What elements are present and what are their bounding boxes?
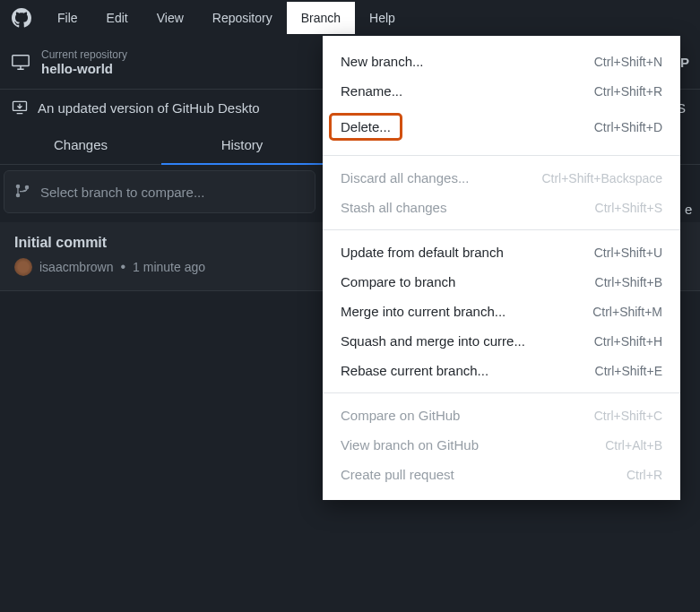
menu-item-shortcut: Ctrl+Shift+C [594, 409, 662, 423]
git-branch-icon [15, 184, 31, 200]
menu-item-new-branch[interactable]: New branch...Ctrl+Shift+N [323, 47, 680, 76]
menu-item-label: View branch on GitHub [341, 437, 479, 453]
menu-item-discard-all-changes: Discard all changes...Ctrl+Shift+Backspa… [323, 163, 680, 193]
menu-item-rebase-current-branch[interactable]: Rebase current branch...Ctrl+Shift+E [323, 356, 680, 385]
tab-history[interactable]: History [161, 125, 323, 164]
menu-item-shortcut: Ctrl+Shift+D [594, 120, 662, 134]
desktop-icon [11, 52, 32, 73]
menu-item-shortcut: Ctrl+Shift+H [594, 334, 662, 349]
menu-item-label: Compare to branch [341, 274, 455, 289]
menu-item-compare-to-branch[interactable]: Compare to branchCtrl+Shift+B [323, 267, 680, 297]
github-logo-icon [11, 7, 32, 29]
menu-help[interactable]: Help [355, 2, 410, 34]
menu-item-shortcut: Ctrl+Shift+N [594, 55, 662, 69]
menu-item-label: Squash and merge into curre... [341, 333, 525, 349]
menu-item-shortcut: Ctrl+R [627, 468, 662, 482]
menu-item-label: Delete... [329, 113, 402, 141]
menubar: File Edit View Repository Branch Help [0, 0, 700, 36]
download-icon [11, 99, 29, 116]
menu-item-shortcut: Ctrl+Shift+B [595, 275, 662, 289]
menu-item-view-branch-on-github: View branch on GitHubCtrl+Alt+B [323, 430, 680, 460]
menu-item-shortcut: Ctrl+Alt+B [605, 438, 662, 453]
menu-item-shortcut: Ctrl+Shift+Backspace [541, 171, 662, 185]
menu-item-label: Compare on GitHub [341, 408, 460, 423]
menu-file[interactable]: File [43, 2, 92, 34]
menu-item-delete[interactable]: Delete...Ctrl+Shift+D [323, 106, 680, 148]
menu-item-squash-and-merge-into-curre[interactable]: Squash and merge into curre...Ctrl+Shift… [323, 326, 680, 356]
commit-time: 1 minute ago [133, 260, 205, 274]
branch-select-placeholder: Select branch to compare... [40, 185, 204, 200]
tab-changes[interactable]: Changes [0, 125, 161, 164]
avatar [14, 258, 32, 276]
menu-item-label: New branch... [341, 54, 424, 69]
menu-item-shortcut: Ctrl+Shift+U [594, 246, 662, 260]
menu-separator [323, 229, 680, 230]
menu-item-label: Create pull request [341, 467, 454, 482]
menu-item-merge-into-current-branch[interactable]: Merge into current branch...Ctrl+Shift+M [323, 297, 680, 326]
partial-panel-text: e [685, 202, 692, 217]
menu-view[interactable]: View [143, 2, 198, 34]
separator-dot: • [120, 259, 125, 275]
menu-item-label: Merge into current branch... [341, 304, 506, 319]
menu-item-label: Stash all changes [341, 200, 446, 215]
menu-separator [323, 392, 680, 393]
menu-repository[interactable]: Repository [198, 2, 287, 34]
commit-author: isaacmbrown [39, 260, 113, 274]
menu-item-compare-on-github: Compare on GitHubCtrl+Shift+C [323, 401, 680, 430]
menu-item-shortcut: Ctrl+Shift+E [595, 364, 662, 378]
menu-item-shortcut: Ctrl+Shift+M [592, 305, 662, 319]
menu-item-update-from-default-branch[interactable]: Update from default branchCtrl+Shift+U [323, 237, 680, 267]
menu-separator [323, 155, 680, 156]
menu-item-label: Rebase current branch... [341, 363, 488, 378]
branch-menu-dropdown: New branch...Ctrl+Shift+NRename...Ctrl+S… [323, 36, 680, 500]
menu-item-stash-all-changes: Stash all changesCtrl+Shift+S [323, 193, 680, 222]
menu-item-label: Update from default branch [341, 245, 504, 260]
branch-compare-select[interactable]: Select branch to compare... [4, 170, 315, 213]
menu-item-shortcut: Ctrl+Shift+R [594, 84, 662, 99]
menu-item-label: Discard all changes... [341, 170, 469, 185]
menu-edit[interactable]: Edit [92, 2, 143, 34]
menu-item-rename[interactable]: Rename...Ctrl+Shift+R [323, 76, 680, 106]
menu-item-shortcut: Ctrl+Shift+S [595, 201, 662, 215]
menu-item-label: Rename... [341, 83, 402, 99]
notice-text: An updated version of GitHub Deskto [38, 100, 260, 116]
svg-rect-0 [13, 55, 29, 65]
menu-item-create-pull-request: Create pull requestCtrl+R [323, 460, 680, 489]
menu-branch[interactable]: Branch [287, 2, 355, 34]
